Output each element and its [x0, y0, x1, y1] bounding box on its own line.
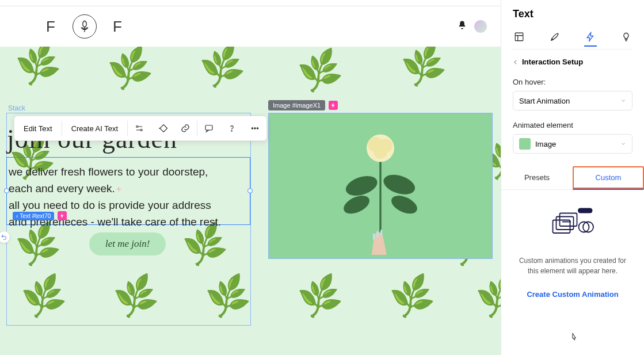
custom-animation-empty: Custom animations you created for this e… — [513, 190, 632, 355]
animated-element-label: Animated element — [513, 121, 632, 129]
lightning-icon[interactable] — [329, 101, 338, 110]
svg-point-19 — [254, 128, 256, 129]
onhover-value: Start Animation — [519, 97, 570, 105]
comment-icon[interactable] — [197, 116, 220, 140]
text-chip: ‹Text #text70 — [13, 212, 54, 220]
bell-icon[interactable] — [457, 20, 467, 33]
body-line-1: we deliver fresh flowers to your doorste… — [9, 166, 208, 178]
interactions-tab-icon[interactable] — [584, 34, 597, 47]
svg-point-18 — [251, 128, 253, 129]
image-thumb-icon — [519, 138, 531, 150]
resize-handle-right[interactable] — [247, 188, 253, 193]
animation-icon[interactable] — [151, 116, 174, 140]
onhover-dropdown[interactable]: Start Animation — [513, 91, 632, 110]
more-icon[interactable] — [243, 116, 266, 140]
brand-letter-left: F — [46, 18, 56, 36]
svg-rect-15 — [160, 125, 167, 132]
stack-label[interactable]: Stack — [8, 104, 25, 112]
brand: F F — [46, 14, 123, 39]
onhover-label: On hover: — [513, 78, 632, 86]
hero-image[interactable] — [268, 113, 493, 259]
lightning-icon[interactable] — [58, 211, 67, 220]
svg-rect-23 — [557, 217, 574, 230]
link-icon[interactable] — [174, 116, 197, 140]
body-line-2: each and every week. — [9, 182, 115, 194]
animated-element-dropdown[interactable]: Image — [513, 134, 632, 154]
svg-point-9 — [374, 145, 387, 159]
svg-rect-28 — [578, 208, 593, 213]
cta-button[interactable]: let me join! — [89, 232, 166, 255]
edit-text-button[interactable]: Edit Text — [14, 116, 62, 140]
body-line-3: all you need to do is provide your addre… — [9, 199, 211, 211]
brand-letter-right: F — [113, 18, 123, 36]
create-custom-animation-link[interactable]: Create Custom Animation — [527, 290, 618, 299]
style-tab-icon[interactable] — [548, 30, 561, 43]
panel-title: Text — [513, 8, 632, 20]
image-chip: Image #imageX1 — [268, 100, 325, 110]
svg-rect-11 — [376, 231, 378, 238]
back-label: Interaction Setup — [522, 58, 583, 66]
site-header: F F — [0, 6, 501, 47]
svg-rect-16 — [205, 125, 212, 130]
pointer-cursor-icon — [569, 332, 580, 345]
panel-tab-row — [513, 30, 632, 49]
text-context-toolbar: Edit Text Create AI Text — [14, 116, 267, 141]
text-element-tag[interactable]: ‹Text #text70 — [13, 211, 67, 220]
flower-logo-icon — [73, 14, 97, 39]
header-tools — [457, 20, 487, 33]
svg-point-13 — [136, 126, 138, 128]
body-text[interactable]: we deliver fresh flowers to your doorste… — [9, 164, 245, 231]
cursor-plus-icon: + — [116, 184, 121, 194]
custom-empty-text: Custom animations you created for this e… — [518, 255, 627, 276]
chevron-down-icon — [620, 98, 626, 104]
ideas-tab-icon[interactable] — [620, 30, 632, 43]
svg-point-17 — [231, 131, 232, 131]
editor-canvas[interactable]: 🌿 🌿 🌿 🌿 🌿 🌿 🌿 🌿 🌿 🌿 🌿 🌿 🌿 🌿 🌿 🌿 Stack jo… — [0, 47, 501, 355]
back-interaction-setup[interactable]: Interaction Setup — [513, 58, 632, 66]
animation-subtabs: Presets Custom — [501, 166, 644, 190]
svg-rect-10 — [373, 234, 375, 240]
svg-rect-21 — [515, 33, 523, 41]
inspector-panel: Text Interaction Setup On hover: Start A… — [501, 0, 644, 355]
custom-animation-illustration-icon — [547, 207, 599, 242]
svg-point-14 — [140, 129, 142, 131]
chevron-down-icon — [620, 141, 626, 147]
layout-tab-icon[interactable] — [513, 30, 525, 43]
help-icon[interactable] — [220, 116, 243, 140]
image-element-tag[interactable]: Image #imageX1 — [268, 100, 338, 110]
svg-rect-12 — [380, 230, 382, 236]
top-strip — [0, 0, 501, 6]
avatar[interactable] — [474, 20, 487, 33]
animated-element-value: Image — [535, 140, 556, 148]
tab-presets[interactable]: Presets — [501, 166, 573, 189]
design-token-icon[interactable] — [128, 116, 151, 140]
tab-custom[interactable]: Custom — [573, 166, 644, 190]
create-ai-text-button[interactable]: Create AI Text — [62, 116, 127, 140]
chevron-left-icon: ‹ — [16, 213, 18, 219]
svg-point-20 — [257, 128, 258, 129]
